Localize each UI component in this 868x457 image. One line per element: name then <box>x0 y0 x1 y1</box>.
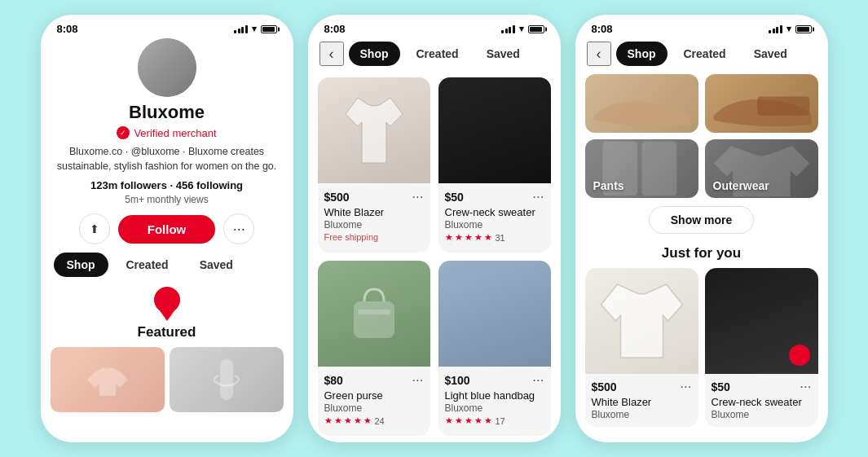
show-more-button[interactable]: Show more <box>649 206 754 234</box>
stars-sweater: ★ ★ ★ ★ ★ 31 <box>445 232 544 243</box>
jfy-price-blazer: $500 <box>592 380 617 393</box>
category-card-shoes[interactable] <box>585 74 698 133</box>
more-icon: ··· <box>233 221 245 238</box>
status-icons-1: ▾ <box>234 24 277 34</box>
category-card-pants[interactable]: Pants <box>585 139 698 198</box>
tab-saved-2[interactable]: Saved <box>475 42 531 66</box>
phone3-nav: ‹ Shop Created Saved <box>575 38 828 71</box>
product-price-blazer: $500 <box>324 191 350 204</box>
product-seller-handbag: Bluxome <box>445 402 544 414</box>
profile-views: 5m+ monthly views <box>125 194 208 205</box>
product-card-purse[interactable]: $80 ··· Green purse Bluxome ★ ★ ★ ★ ★ 24 <box>318 261 430 436</box>
jfy-img-blazer <box>585 268 698 374</box>
product-info-blazer: $500 ··· White Blazer Bluxome Free shipp… <box>318 183 430 248</box>
tab-saved-3[interactable]: Saved <box>742 42 799 66</box>
signal-icon-2 <box>501 24 515 33</box>
battery-icon-2 <box>528 25 544 33</box>
star-1: ★ <box>445 232 453 243</box>
product-card-handbag[interactable]: $100 ··· Light blue handbag Bluxome ★ ★ … <box>438 261 551 436</box>
product-more-handbag[interactable]: ··· <box>532 372 544 389</box>
star-h-half: ★ <box>484 415 492 426</box>
star-p1: ★ <box>324 415 333 426</box>
jfy-price-sweater: $50 <box>712 380 730 393</box>
product-info-handbag: $100 ··· Light blue handbag Bluxome ★ ★ … <box>438 367 551 433</box>
share-button[interactable]: ⬆ <box>79 213 110 244</box>
back-button-3[interactable]: ‹ <box>587 42 611 66</box>
status-icons-2: ▾ <box>501 24 544 34</box>
share-icon: ⬆ <box>90 222 99 235</box>
tabs-row-1: Shop Created Saved <box>41 253 293 277</box>
tab-shop-1[interactable]: Shop <box>54 253 108 277</box>
jfy-grid: $500 ··· White Blazer Bluxome $50 <box>575 268 828 427</box>
jfy-card-sweater[interactable]: $50 ··· Crew-neck sweater Bluxome <box>705 268 818 427</box>
tab-created-2[interactable]: Created <box>405 42 470 66</box>
svg-rect-5 <box>641 142 676 196</box>
tab-saved-1[interactable]: Saved <box>187 253 246 277</box>
star-h3: ★ <box>465 415 473 426</box>
star-p3: ★ <box>344 415 352 426</box>
follow-button[interactable]: Follow <box>118 215 216 244</box>
product-seller-purse: Bluxome <box>324 402 424 414</box>
jfy-seller-blazer: Bluxome <box>592 409 692 420</box>
star-h2: ★ <box>455 415 463 426</box>
category-card-brown-shoes[interactable] <box>705 74 818 133</box>
jfy-card-blazer[interactable]: $500 ··· White Blazer Bluxome <box>585 268 698 427</box>
product-price-sweater: $50 <box>445 191 464 204</box>
phone3-scroll: Pants Outerwear Show more Just for y <box>575 71 828 442</box>
featured-img-sweater[interactable] <box>51 347 165 412</box>
categories-grid: Pants Outerwear <box>575 71 828 204</box>
jfy-more-blazer[interactable]: ··· <box>680 379 691 395</box>
wifi-icon-2: ▾ <box>519 24 524 34</box>
jfy-img-sweater <box>705 268 818 374</box>
status-bar-2: 8:08 ▾ <box>308 15 561 38</box>
red-dot-indicator <box>789 345 810 366</box>
product-more-purse[interactable]: ··· <box>412 372 423 389</box>
status-bar-3: 8:08 ▾ <box>575 15 828 38</box>
product-more-sweater[interactable]: ··· <box>532 189 544 205</box>
star-half: ★ <box>484 232 492 243</box>
just-for-you-label: Just for you <box>575 242 828 268</box>
wifi-icon-1: ▾ <box>252 24 257 34</box>
wifi-icon-3: ▾ <box>786 24 791 34</box>
product-more-blazer[interactable]: ··· <box>412 189 423 205</box>
tab-shop-3[interactable]: Shop <box>616 42 668 66</box>
tab-created-3[interactable]: Created <box>672 42 738 66</box>
product-price-purse: $80 <box>324 374 343 387</box>
category-card-outerwear[interactable]: Outerwear <box>705 139 818 198</box>
svg-rect-0 <box>220 359 233 400</box>
battery-icon-1 <box>261 25 277 33</box>
profile-bio: Bluxome.co · @bluxome · Bluxome creates … <box>41 145 293 174</box>
jfy-more-sweater[interactable]: ··· <box>800 379 811 395</box>
tab-created-1[interactable]: Created <box>113 253 182 277</box>
product-info-sweater: $50 ··· Crew-neck sweater Bluxome ★ ★ ★ … <box>438 183 551 249</box>
product-shipping-blazer: Free shipping <box>324 232 424 242</box>
featured-img-scarf[interactable] <box>170 347 284 412</box>
profile-content: Bluxome ✓ Verified merchant Bluxome.co ·… <box>41 38 293 442</box>
battery-icon-3 <box>795 25 812 33</box>
phone-3: 8:08 ▾ ‹ Shop Created Saved <box>575 15 828 442</box>
profile-stats: 123m followers · 456 following <box>90 179 243 191</box>
product-name-handbag: Light blue handbag <box>445 389 544 402</box>
verified-label: Verified merchant <box>134 127 216 139</box>
product-seller-blazer: Bluxome <box>324 219 424 231</box>
pants-label: Pants <box>593 179 624 192</box>
back-button-2[interactable]: ‹ <box>319 42 344 66</box>
featured-section: Featured <box>41 283 293 412</box>
product-seller-sweater: Bluxome <box>445 219 544 231</box>
tab-shop-2[interactable]: Shop <box>349 42 400 66</box>
time-2: 8:08 <box>324 23 346 35</box>
jfy-name-sweater: Crew-neck sweater <box>712 396 812 408</box>
product-img-blazer <box>318 77 430 183</box>
time-1: 8:08 <box>57 23 78 35</box>
more-button[interactable]: ··· <box>223 213 254 244</box>
back-icon-2: ‹ <box>329 46 334 63</box>
star-p4: ★ <box>354 415 362 426</box>
time-3: 8:08 <box>592 23 613 35</box>
svg-rect-2 <box>358 310 390 314</box>
stars-purse: ★ ★ ★ ★ ★ 24 <box>324 415 424 426</box>
product-card-sweater[interactable]: $50 ··· Crew-neck sweater Bluxome ★ ★ ★ … <box>438 77 551 253</box>
star-h4: ★ <box>474 415 482 426</box>
product-img-purse <box>318 261 430 367</box>
outerwear-label: Outerwear <box>713 179 769 192</box>
product-card-blazer[interactable]: $500 ··· White Blazer Bluxome Free shipp… <box>318 77 430 253</box>
